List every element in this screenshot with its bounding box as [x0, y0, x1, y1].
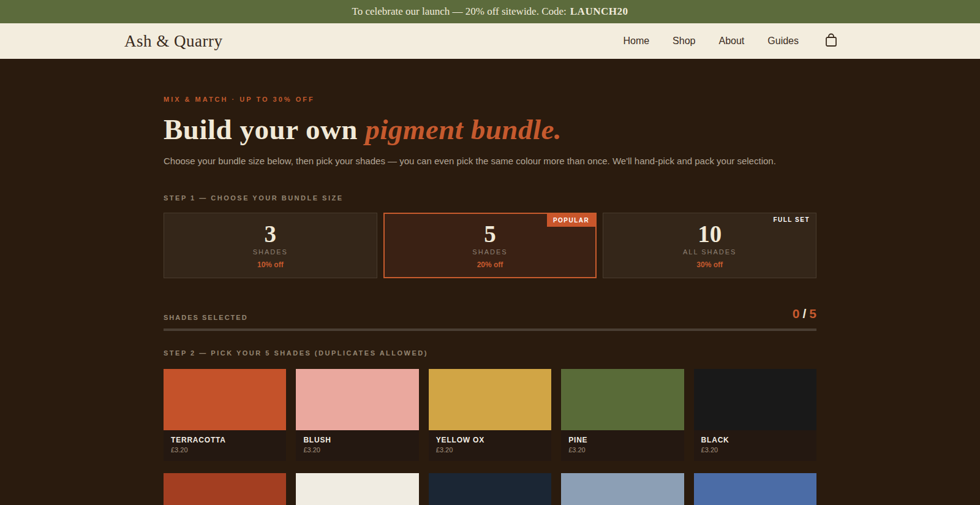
swatch-color-block [694, 473, 816, 505]
site-header: Ash & Quarry Home Shop About Guides [0, 23, 980, 59]
count-separator: / [802, 306, 806, 321]
swatch-terracotta[interactable]: TERRACOTTA £3.20 [164, 369, 286, 461]
shades-selected-row: SHADES SELECTED 0/5 [164, 306, 816, 321]
swatch-label: PINE £3.20 [561, 430, 684, 461]
main-content: MIX & MATCH · UP TO 30% OFF Build your o… [0, 59, 980, 505]
nav-link-guides[interactable]: Guides [767, 36, 799, 47]
page-title: Build your own pigment bundle. [164, 113, 816, 146]
swatch-price: £3.20 [171, 446, 279, 454]
swatch-price: £3.20 [568, 446, 676, 454]
swatch-name: BLACK [701, 436, 809, 444]
swatch-price: £3.20 [303, 446, 411, 454]
swatch-label: YELLOW OX £3.20 [429, 430, 551, 461]
swatch-price: £3.20 [701, 446, 809, 454]
bundle-size-unit: SHADES [253, 248, 288, 256]
swatch-label: BLUSH £3.20 [296, 430, 418, 461]
page-title-plain: Build your own [164, 113, 365, 145]
swatch-color-block [429, 473, 551, 505]
swatch-label: BLACK £3.20 [694, 430, 816, 461]
swatch-blue-gray[interactable] [561, 473, 684, 505]
swatch-color-block [296, 369, 418, 430]
count-total: 5 [809, 306, 816, 321]
step2-heading: STEP 2 — PICK YOUR 5 SHADES (DUPLICATES … [164, 349, 816, 357]
swatch-color-block [561, 473, 684, 505]
bundle-size-unit: SHADES [472, 248, 507, 256]
page-title-accent: pigment bundle. [365, 113, 562, 145]
promo-code: LAUNCH20 [570, 6, 628, 18]
nav-link-about[interactable]: About [718, 36, 744, 47]
swatch-price: £3.20 [436, 446, 544, 454]
nav-link-home[interactable]: Home [623, 36, 649, 47]
cart-button[interactable] [824, 33, 838, 50]
swatch-color-block [694, 369, 816, 430]
shades-selected-label: SHADES SELECTED [164, 314, 248, 321]
swatch-color-block [164, 473, 286, 505]
swatch-yellow-ox[interactable]: YELLOW OX £3.20 [429, 369, 551, 461]
progress-bar [164, 328, 816, 331]
hero-eyebrow: MIX & MATCH · UP TO 30% OFF [164, 96, 816, 103]
swatch-pine[interactable]: PINE £3.20 [561, 369, 684, 461]
bundle-size-unit: ALL SHADES [683, 248, 736, 256]
bundle-option-3[interactable]: 3 SHADES 10% off [164, 213, 377, 278]
site-logo[interactable]: Ash & Quarry [124, 32, 222, 51]
bundle-discount: 30% off [696, 260, 723, 269]
announcement-text: To celebrate our launch — 20% off sitewi… [352, 6, 567, 18]
swatch-name: BLUSH [303, 436, 411, 444]
swatch-label: TERRACOTTA £3.20 [164, 430, 286, 461]
count-current: 0 [793, 306, 800, 321]
swatch-color-block [164, 369, 286, 430]
swatch-blue[interactable] [694, 473, 816, 505]
nav-link-shop[interactable]: Shop [673, 36, 695, 47]
swatch-color-block [561, 369, 684, 430]
popular-badge: POPULAR [547, 214, 595, 227]
shades-selected-count: 0/5 [793, 306, 816, 321]
bundle-discount: 20% off [477, 260, 503, 269]
full-set-badge: FULL SET [767, 213, 816, 226]
main-nav: Home Shop About Guides [623, 33, 838, 50]
swatch-chalk[interactable] [296, 473, 418, 505]
bundle-size-number: 5 [484, 222, 496, 246]
swatch-name: YELLOW OX [436, 436, 544, 444]
bundle-option-5[interactable]: POPULAR 5 SHADES 20% off [383, 213, 597, 278]
bundle-discount: 10% off [257, 260, 284, 269]
step1-heading: STEP 1 — CHOOSE YOUR BUNDLE SIZE [164, 194, 816, 202]
bundle-size-number: 10 [698, 222, 722, 246]
swatch-grid-row-2 [164, 473, 816, 505]
hero-subtitle: Choose your bundle size below, then pick… [164, 156, 816, 166]
announcement-banner: To celebrate our launch — 20% off sitewi… [0, 0, 980, 23]
swatch-rust[interactable] [164, 473, 286, 505]
bundle-size-options: 3 SHADES 10% off POPULAR 5 SHADES 20% of… [164, 213, 816, 278]
swatch-color-block [296, 473, 418, 505]
swatch-navy[interactable] [429, 473, 551, 505]
swatch-grid-row-1: TERRACOTTA £3.20 BLUSH £3.20 YELLOW OX £… [164, 369, 816, 461]
swatch-name: PINE [568, 436, 676, 444]
swatch-name: TERRACOTTA [171, 436, 279, 444]
swatch-black[interactable]: BLACK £3.20 [694, 369, 816, 461]
shopping-bag-icon [824, 33, 838, 50]
swatch-color-block [429, 369, 551, 430]
swatch-blush[interactable]: BLUSH £3.20 [296, 369, 418, 461]
bundle-option-10[interactable]: FULL SET 10 ALL SHADES 30% off [603, 213, 816, 278]
bundle-size-number: 3 [265, 222, 277, 246]
